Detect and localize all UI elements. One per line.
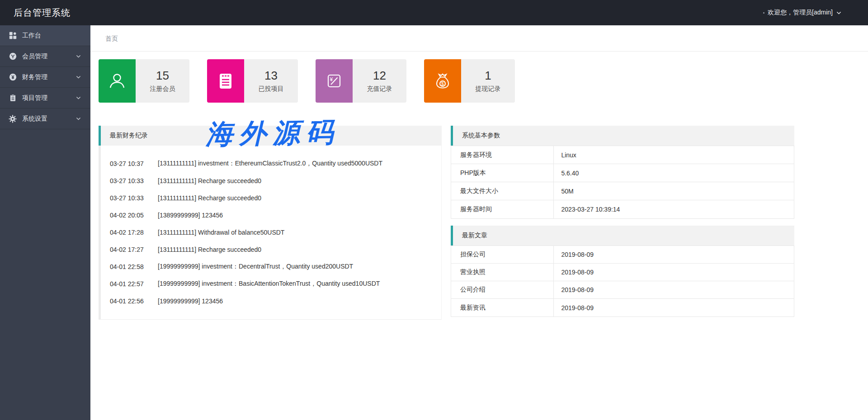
stat-value: 12 (373, 69, 386, 83)
record-row: 03-27 10:33 [13111111111] Recharge succe… (101, 172, 441, 189)
spacer (451, 219, 794, 226)
app-title: 后台管理系统 (0, 7, 71, 19)
record-text: [19999999999] investment：DecentralTrust，… (158, 263, 353, 271)
table-row: 担保公司 2019-08-09 (451, 246, 794, 264)
system-params-table: 服务器环境 Linux PHP版本 5.6.40 最大文件大小 50 (451, 146, 794, 219)
sidebar-item-projects[interactable]: 项目管理 (0, 88, 90, 109)
table-row: 最大文件大小 50M (451, 182, 794, 200)
stat-card-invested-projects[interactable]: 13 已投项目 (207, 59, 298, 103)
row-label: 最大文件大小 (451, 182, 554, 200)
panel-header: 最新财务纪录 (99, 126, 442, 146)
record-time: 03-27 10:37 (110, 160, 148, 167)
row-label[interactable]: 担保公司 (451, 246, 554, 263)
record-row: 04-02 17:27 [13111111111] Recharge succe… (101, 241, 441, 258)
dashboard-grid-icon (8, 32, 17, 39)
stat-label: 已投项目 (259, 85, 284, 93)
record-row: 03-27 10:37 [13111111111] investment：Eth… (101, 155, 441, 172)
chevron-down-icon (836, 10, 842, 16)
user-icon (99, 59, 136, 103)
system-params-panel: 系统基本参数 服务器环境 Linux PHP版本 5.6.40 (451, 126, 794, 219)
chevron-down-icon (75, 74, 81, 80)
table-row: 营业执照 2019-08-09 (451, 264, 794, 281)
panel-title: 系统基本参数 (462, 132, 500, 140)
topbar: 后台管理系统 欢迎您，管理员[admin] (0, 0, 868, 25)
sidebar-item-members[interactable]: 会员管理 (0, 46, 90, 67)
finance-records-panel: 最新财务纪录 03-27 10:37 [13111111111] investm… (99, 126, 442, 320)
row-label[interactable]: 营业执照 (451, 264, 554, 281)
stat-card-withdraw-records[interactable]: $ 1 提现记录 (424, 59, 515, 103)
money-bag-icon: $ (424, 59, 461, 103)
invested-list-icon (207, 59, 244, 103)
svg-text:¥: ¥ (330, 76, 333, 83)
stat-card-body: 1 提现记录 (461, 59, 515, 103)
articles-panel: 最新文章 担保公司 2019-08-09 营业执照 2019-0 (451, 226, 794, 317)
settings-gear-icon (8, 115, 17, 123)
row-value: 2019-08-09 (554, 246, 794, 263)
stat-label: 提现记录 (476, 85, 501, 93)
stat-card-body: 12 充值记录 (353, 59, 406, 103)
breadcrumb-home-link[interactable]: 首页 (105, 35, 118, 42)
panel-header: 系统基本参数 (451, 126, 794, 146)
chevron-down-icon (75, 53, 81, 59)
table-row: PHP版本 5.6.40 (451, 164, 794, 182)
record-text: [13111111111] Recharge succeeded0 (158, 194, 261, 202)
record-row: 03-27 10:33 [13111111111] Recharge succe… (101, 189, 441, 207)
record-row: 04-02 20:05 [13899999999] 123456 (101, 207, 441, 224)
record-time: 04-01 22:56 (110, 297, 148, 305)
stat-value: 1 (485, 69, 491, 83)
record-text: [19999999999] 123456 (158, 297, 223, 305)
sidebar-item-finance[interactable]: 财务管理 (0, 67, 90, 88)
articles-table: 担保公司 2019-08-09 营业执照 2019-08-09 公司介绍 (451, 245, 794, 317)
stat-card-recharge-records[interactable]: ¥ 12 充值记录 (316, 59, 406, 103)
stat-value: 15 (156, 69, 169, 83)
recharge-yen-icon: ¥ (316, 59, 353, 103)
record-row: 04-01 22:58 [19999999999] investment：Dec… (101, 258, 441, 275)
record-time: 04-01 22:58 (110, 263, 148, 270)
record-time: 04-02 20:05 (110, 212, 148, 219)
record-time: 04-01 22:57 (110, 280, 148, 288)
row-label[interactable]: 公司介绍 (451, 281, 554, 298)
stat-label: 注册会员 (150, 85, 175, 93)
row-value: 5.6.40 (554, 164, 794, 182)
sidebar-item-label: 会员管理 (22, 52, 47, 61)
sidebar-item-label: 项目管理 (22, 94, 47, 102)
chevron-down-icon (75, 116, 81, 122)
panel-title: 最新财务纪录 (110, 132, 148, 140)
row-label[interactable]: 最新资讯 (451, 299, 554, 316)
member-circle-icon (8, 52, 17, 60)
record-time: 03-27 10:33 (110, 177, 148, 184)
sidebar-item-label: 工作台 (22, 32, 41, 40)
record-text: [13899999999] 123456 (158, 212, 223, 219)
panel-header: 最新文章 (451, 226, 794, 245)
row-value: 2019-08-09 (554, 264, 794, 281)
record-row: 04-01 22:57 [19999999999] investment：Bas… (101, 275, 441, 293)
record-text: [13111111111] Recharge succeeded0 (158, 246, 261, 253)
record-text: [13111111111] Recharge succeeded0 (158, 177, 261, 184)
table-row: 最新资讯 2019-08-09 (451, 299, 794, 316)
sidebar: 工作台 会员管理 财务管理 (0, 25, 90, 420)
right-column: 系统基本参数 服务器环境 Linux PHP版本 5.6.40 (451, 126, 794, 317)
record-text: [13111111111] investment：EthereumClassic… (158, 160, 382, 168)
row-value: 2019-08-09 (554, 299, 794, 316)
table-row: 服务器环境 Linux (451, 146, 794, 164)
row-label: 服务器环境 (451, 146, 554, 164)
record-row: 04-01 22:56 [19999999999] 123456 (101, 293, 441, 310)
finance-yen-icon (8, 73, 17, 81)
sidebar-item-workbench[interactable]: 工作台 (0, 25, 90, 46)
row-label: PHP版本 (451, 164, 554, 182)
sidebar-item-settings[interactable]: 系统设置 (0, 109, 90, 129)
stat-card-body: 15 注册会员 (136, 59, 189, 103)
record-text: [13111111111] Withdrawal of balance50USD… (158, 229, 284, 236)
stat-card-registered-members[interactable]: 15 注册会员 (99, 59, 189, 103)
welcome-user-label: 欢迎您，管理员[admin] (768, 9, 833, 17)
row-value: 50M (554, 182, 794, 200)
panel-title: 最新文章 (462, 231, 487, 240)
user-menu[interactable]: 欢迎您，管理员[admin] (763, 9, 868, 17)
stat-card-body: 13 已投项目 (244, 59, 298, 103)
stat-value: 13 (264, 69, 278, 83)
stat-label: 充值记录 (367, 85, 392, 93)
sidebar-item-label: 财务管理 (22, 73, 47, 81)
record-row: 04-02 17:28 [13111111111] Withdrawal of … (101, 224, 441, 241)
row-label: 服务器时间 (451, 200, 554, 218)
stat-cards-row: 15 注册会员 13 已投项目 (99, 59, 868, 103)
